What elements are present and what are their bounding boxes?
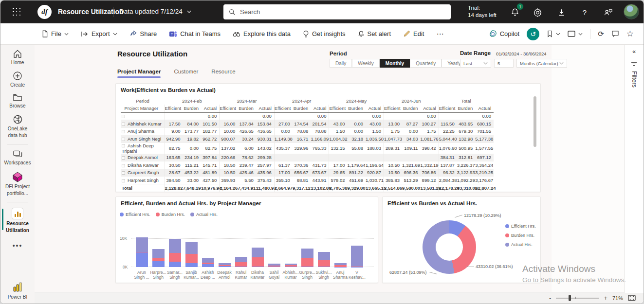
get-insights-button[interactable]: Get insights xyxy=(303,30,346,38)
table-row[interactable]: Gurpreet Singh28.67453.22481.8910.50425.… xyxy=(121,169,494,177)
download-button[interactable] xyxy=(556,7,567,18)
sidebar-item-onelake[interactable]: OneLake data hub xyxy=(0,114,35,138)
sidebar-item-workspaces[interactable]: Workspaces xyxy=(0,150,35,165)
edit-button[interactable]: Edit xyxy=(403,30,424,37)
explore-data-button[interactable]: Explore this data xyxy=(233,30,291,37)
row-checkbox[interactable] xyxy=(122,115,125,118)
sidebar-item-create[interactable]: Create xyxy=(0,71,35,88)
cell: 436.65 xyxy=(256,127,275,135)
last-count-input[interactable]: 5 xyxy=(494,59,514,68)
bar-chart-visual[interactable]: Efficient, Burden and Actual Hrs. by Pro… xyxy=(115,197,378,283)
org-logo[interactable]: df xyxy=(37,5,52,19)
row-checkbox[interactable] xyxy=(122,164,125,167)
reset-default-view-button[interactable]: ↺ xyxy=(527,28,539,40)
set-alert-button[interactable]: Set alert xyxy=(358,30,391,37)
row-checkbox[interactable] xyxy=(122,123,125,126)
x-axis-label: Abhish...Kumar xyxy=(282,270,299,280)
data-updated-dropdown[interactable]: Data updated 7/12/24 xyxy=(119,8,191,15)
row-checkbox[interactable] xyxy=(122,130,125,133)
bar-1[interactable] xyxy=(133,237,150,267)
bar-7[interactable] xyxy=(233,237,249,267)
bar-2[interactable] xyxy=(150,237,166,267)
cell: 1.75 xyxy=(384,127,403,135)
donut-ring[interactable] xyxy=(423,220,476,274)
cell xyxy=(366,154,384,161)
sidebar-item-resource-utilization[interactable]: Resource Utilization xyxy=(0,208,35,233)
tab-resource[interactable]: Resource xyxy=(211,69,235,78)
bar-14[interactable] xyxy=(349,237,365,267)
bookmarks-menu[interactable] xyxy=(547,30,560,37)
sidebar-item-powerbi[interactable]: Power BI xyxy=(0,282,35,300)
user-avatar[interactable] xyxy=(624,4,639,19)
row-checkbox[interactable] xyxy=(122,179,125,182)
filter-icon[interactable] xyxy=(631,62,637,66)
table-row[interactable]: Arun Singh Negi942.9019.82962.72900.0730… xyxy=(121,135,494,143)
cell: 1,047.73 xyxy=(384,135,403,143)
bar-12[interactable] xyxy=(315,237,332,267)
fit-to-page-icon[interactable] xyxy=(628,295,636,301)
zoom-out-button[interactable]: - xyxy=(549,294,551,302)
bar-10[interactable] xyxy=(282,237,299,267)
bar-3[interactable] xyxy=(166,237,183,267)
bar-9[interactable] xyxy=(266,237,282,267)
unit-dropdown[interactable]: Months (Calendar) xyxy=(516,59,567,68)
gear-icon xyxy=(533,8,542,17)
period-button-weekly[interactable]: Weekly xyxy=(352,59,380,68)
tab-project-manager[interactable]: Project Manager xyxy=(117,69,161,78)
bar-5[interactable] xyxy=(200,237,216,267)
comments-button[interactable] xyxy=(611,30,619,37)
table-row[interactable]: Deepak Anmol163.65234.19397.84220.6678.6… xyxy=(121,154,494,161)
table-row[interactable]: Anuj Sharma9.00173.77182.7710.00426.6543… xyxy=(121,127,494,135)
favorite-button[interactable]: ☆ xyxy=(626,29,634,39)
settings-button[interactable] xyxy=(532,7,543,18)
chat-in-teams-button[interactable]: T Chat in Teams xyxy=(169,30,221,38)
zoom-slider-handle[interactable] xyxy=(569,295,571,301)
view-menu[interactable] xyxy=(568,31,583,37)
sidebar-item-browse[interactable]: Browse xyxy=(0,93,35,108)
app-launcher-icon[interactable] xyxy=(13,8,21,16)
search-box[interactable] xyxy=(223,4,451,19)
donut-chart-visual[interactable]: Efficient vs Burden vs Actual Hrs. 12178… xyxy=(382,197,541,283)
callout-line xyxy=(429,272,437,274)
matrix-visual[interactable]: Work(Efficient vs Burden vs Actual) Peri… xyxy=(115,83,541,192)
sidebar-more-button[interactable]: ••• xyxy=(13,242,23,250)
table-row[interactable]: Ashish Deep Tripathi82.750.0082.75137.02… xyxy=(121,143,494,154)
share-button[interactable]: Share xyxy=(129,30,157,37)
row-checkbox[interactable] xyxy=(122,171,125,175)
file-menu[interactable]: File xyxy=(41,30,69,37)
sidebar-item-home[interactable]: Home xyxy=(0,49,35,65)
bar-6[interactable] xyxy=(216,237,233,267)
table-row[interactable]: 0.000.000.000.000.000.00 xyxy=(121,112,494,120)
table-row[interactable]: Abhishek Kumar17.5084.00101.5016.00137.8… xyxy=(121,120,494,128)
refresh-button[interactable]: ⟳ xyxy=(598,30,604,38)
row-checkbox[interactable] xyxy=(122,138,125,141)
table-row[interactable]: Total2,128.827,648.1910,976.942,164.267,… xyxy=(121,184,494,192)
table-row[interactable]: Harpreet Singh394.5033.00427.50369.935.5… xyxy=(121,177,494,184)
expand-filters-button[interactable]: « xyxy=(632,48,636,55)
cell xyxy=(347,154,366,161)
zoom-in-button[interactable]: + xyxy=(604,294,607,302)
feedback-button[interactable] xyxy=(603,7,613,18)
sidebar-item-dfi-project-portfolio[interactable]: DFI Project portfolio... xyxy=(0,171,35,196)
table-row[interactable]: Diksha Kanwar30.50115.21145.7118.50239.4… xyxy=(121,161,494,169)
row-checkbox[interactable] xyxy=(122,144,125,147)
search-input[interactable] xyxy=(240,8,425,16)
period-button-monthly[interactable]: Monthly xyxy=(380,59,410,68)
sidebar-label: DFI Project xyxy=(5,184,30,189)
bar-4[interactable] xyxy=(183,237,200,267)
bar-11[interactable] xyxy=(299,237,315,267)
export-menu[interactable]: Export xyxy=(81,30,117,37)
period-button-quarterly[interactable]: Quarterly xyxy=(410,59,442,68)
last-dropdown[interactable]: Last xyxy=(460,59,491,68)
bar-8[interactable] xyxy=(249,237,266,267)
zoom-slider[interactable] xyxy=(556,298,599,299)
bar-13[interactable] xyxy=(332,237,349,267)
table-scrollbar[interactable] xyxy=(534,96,536,147)
tab-customer[interactable]: Customer xyxy=(174,69,198,78)
period-button-daily[interactable]: Daily xyxy=(330,59,352,68)
copilot-button[interactable]: Copilot xyxy=(489,30,519,38)
more-options-button[interactable]: ⋯ xyxy=(436,30,444,38)
row-checkbox[interactable] xyxy=(122,156,125,160)
help-button[interactable]: ? xyxy=(579,7,590,18)
cell: 0.00 xyxy=(347,120,366,128)
